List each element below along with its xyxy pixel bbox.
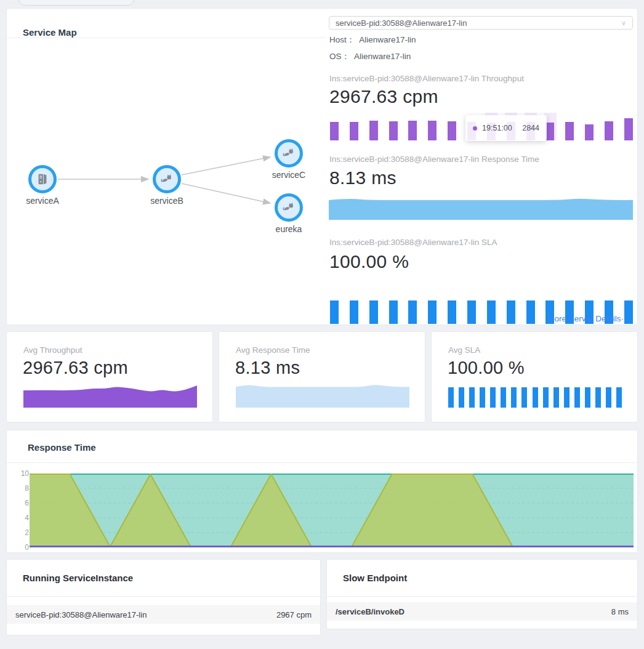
instance-select[interactable]: serviceB-pid:30588@Alienware17-lin ∨ [329,16,633,30]
os-value: Alienware17-lin [354,52,411,61]
server-icon [36,172,49,186]
more-server-details-link[interactable]: More Server Details··· [547,314,629,323]
series-dot-icon [473,126,477,131]
slow-endpoint-title: Slow Endpoint [343,573,407,583]
avg-throughput-chart [23,383,197,408]
response-time-title: Response Time [28,442,96,453]
node-ring [28,165,57,193]
host-label: Host： [329,35,355,44]
instance-sla-label: Ins:serviceB-pid:30588@Alienware17-lin S… [329,238,497,247]
tomcat-icon [160,172,174,186]
endpoint-name: /serviceB/invokeD [336,607,405,616]
divider [327,596,637,597]
card-label: Avg Response Time [236,345,310,355]
os-line: OS： Alienware17-lin [329,51,411,62]
service-map-canvas: serviceA serviceB [7,38,332,326]
instance-detail-column: serviceB-pid:30588@Alienware17-lin ∨ Hos… [329,9,633,326]
node-ring [275,193,303,222]
node-ring [275,139,303,167]
endpoint-row[interactable]: /serviceB/invokeD 8 ms [327,602,637,621]
os-label: OS： [329,52,350,61]
service-node-serviceB[interactable]: serviceB [153,165,181,193]
time-range-select-truncated[interactable] [18,0,134,6]
instance-row[interactable]: serviceB-pid:30588@Alienware17-lin 2967 … [7,605,320,624]
divider [7,596,320,597]
instance-response-label: Ins:serviceB-pid:30588@Alienware17-lin R… [329,155,539,164]
instance-response-value: 8.13 ms [329,167,396,188]
chevron-down-icon: ∨ [621,20,626,26]
service-map-panel: Service Map serviceA [6,8,638,325]
instance-throughput-value: 2967.63 cpm [329,86,438,107]
endpoint-latency: 8 ms [611,607,629,616]
card-value: 2967.63 cpm [23,358,128,378]
running-instance-title: Running ServiceInstance [23,573,133,583]
card-value: 100.00 % [448,358,525,378]
service-node-eureka[interactable]: eureka [275,193,303,222]
node-label: eureka [252,224,326,234]
node-label: serviceA [6,196,79,206]
tooltip-time: 19:51:00 [482,124,512,132]
service-map-title: Service Map [23,27,77,38]
slow-endpoint-panel: Slow Endpoint /serviceB/invokeD 8 ms [326,559,638,629]
avg-response-time-chart [236,383,409,408]
y-axis-labels: 1086420 [7,469,29,552]
response-time-chart [30,474,634,547]
tomcat-icon [282,147,296,160]
card-label: Avg SLA [448,345,480,355]
response-time-panel: Response Time 1086420 [6,430,638,553]
summary-cards-row: Avg Throughput 2967.63 cpm Avg Response … [6,331,638,422]
node-ring [153,165,181,193]
instance-throughput-label: Ins:serviceB-pid:30588@Alienware17-lin T… [329,74,524,83]
node-label: serviceB [130,196,204,206]
avg-response-time-card: Avg Response Time 8.13 ms [219,331,425,422]
avg-throughput-card: Avg Throughput 2967.63 cpm [6,331,213,422]
instance-throughput: 2967 cpm [276,610,312,619]
host-value: Alienware17-lin [359,35,416,44]
instance-select-value: serviceB-pid:30588@Alienware17-lin [336,18,467,28]
instance-name: serviceB-pid:30588@Alienware17-lin [15,610,147,619]
service-node-serviceA[interactable]: serviceA [28,165,57,193]
card-label: Avg Throughput [23,345,83,355]
instance-response-chart [329,193,633,220]
tomcat-icon [282,201,296,214]
divider [7,462,637,463]
avg-sla-card: Avg SLA 100.00 % [431,331,638,422]
tooltip-value: 2844 [522,124,539,132]
card-value: 8.13 ms [235,358,300,378]
avg-sla-chart [448,387,622,408]
instance-sla-value: 100.00 % [329,251,409,272]
node-label: serviceC [252,170,326,180]
chart-tooltip: 19:51:00 2844 [465,115,547,141]
service-node-serviceC[interactable]: serviceC [275,139,303,167]
host-line: Host： Alienware17-lin [329,34,416,46]
running-instance-panel: Running ServiceInstance serviceB-pid:305… [6,559,321,635]
